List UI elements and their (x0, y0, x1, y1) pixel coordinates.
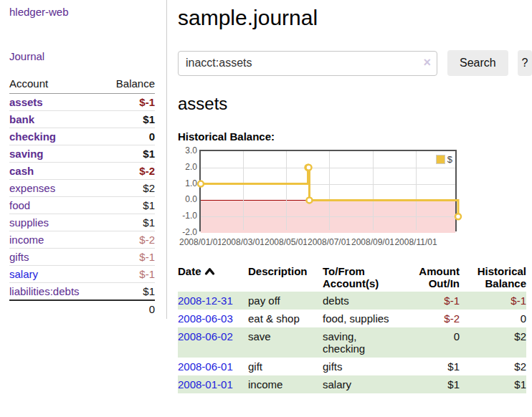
account-balance: $-1 (103, 249, 155, 266)
accounts-total-row: 0 (9, 300, 155, 317)
chart-ylab: 3.0 (174, 145, 197, 155)
account-link-bank[interactable]: bank (9, 113, 34, 125)
chart-data-point (306, 197, 312, 203)
account-row: saving$1 (9, 145, 155, 163)
chart-xlab: 2008/09/01 (351, 237, 395, 247)
search-button[interactable]: Search (447, 50, 508, 76)
account-row: supplies$1 (9, 214, 155, 231)
column-header-balance: Historical Balance (460, 263, 526, 292)
transaction-balance: $2 (460, 327, 526, 358)
transaction-balance: $2 (460, 358, 526, 375)
transaction-accounts: saving, checking (323, 327, 394, 358)
transaction-date-link[interactable]: 2008-12-31 (178, 294, 233, 307)
page-title: sample.journal (178, 6, 532, 30)
accounts-header-row: Account Balance (9, 75, 155, 94)
chart-xlab: 2008/05/01 (264, 237, 308, 247)
transaction-amount: 0 (394, 327, 460, 358)
account-link-income[interactable]: income (9, 234, 44, 246)
transaction-description: income (248, 375, 323, 393)
chart-ylab: 1.0 (174, 178, 197, 188)
account-link-supplies[interactable]: supplies (9, 216, 49, 229)
register-row: 2008-06-01 gift gifts $1 $2 (178, 358, 526, 375)
transaction-description: gift (248, 358, 323, 375)
column-header-amount: Amount Out/In (394, 263, 460, 292)
account-balance: $1 (103, 145, 155, 163)
account-balance: $1 (103, 111, 155, 128)
account-link-checking[interactable]: checking (9, 130, 56, 143)
account-link-cash[interactable]: cash (9, 165, 34, 177)
accounts-table: Account Balance assets$-1 bank$1 checkin… (9, 75, 155, 317)
transaction-date-link[interactable]: 2008-06-03 (178, 312, 233, 325)
account-link-expenses[interactable]: expenses (9, 182, 55, 194)
account-link-liabilities-debts[interactable]: liabilities:debts (9, 285, 80, 297)
account-balance: $2 (103, 180, 155, 197)
accounts-header-account: Account (9, 75, 103, 94)
chart-series (201, 151, 458, 233)
transaction-amount: $1 (394, 375, 460, 393)
transaction-balance: $-1 (460, 292, 526, 310)
chart-xlab: 2008/01/01 (179, 237, 223, 247)
sidebar: hledger-web Journal Account Balance asse… (0, 0, 167, 319)
chart-ylab: 0.0 (174, 194, 197, 204)
account-link-saving[interactable]: saving (9, 148, 44, 160)
chart-data-point (455, 214, 461, 219)
account-link-food[interactable]: food (9, 199, 30, 211)
account-balance: $1 (103, 197, 155, 214)
brand-link[interactable]: hledger-web (9, 6, 156, 18)
register-table: Date Description To/From Account(s) Amou… (178, 263, 526, 393)
column-header-description: Description (248, 263, 323, 292)
register-header-row: Date Description To/From Account(s) Amou… (178, 263, 526, 292)
transaction-accounts: food, supplies (323, 310, 394, 327)
account-row: expenses$2 (9, 180, 155, 197)
chart-xlab: 2008/07/01 (307, 237, 351, 247)
chart-ylab: -1.0 (174, 211, 197, 221)
account-link-assets[interactable]: assets (9, 96, 43, 108)
transaction-amount: $-1 (394, 292, 460, 310)
account-balance: $1 (103, 214, 155, 231)
sort-ascending-icon (204, 267, 215, 276)
help-button[interactable]: ? (518, 50, 532, 76)
chart-plot: $ 3.02.01.00.0-1.0-2.02008/01/012008/03/… (199, 150, 457, 231)
account-link-gifts[interactable]: gifts (9, 251, 29, 263)
sidebar-item-journal[interactable]: Journal (9, 50, 156, 62)
account-row: bank$1 (9, 111, 155, 128)
transaction-date-link[interactable]: 2008-01-01 (178, 378, 233, 390)
search-input[interactable] (178, 51, 437, 76)
transaction-accounts: debts (323, 292, 394, 310)
account-row: checking0 (9, 128, 155, 145)
transaction-description: pay off (248, 292, 323, 310)
register-row: 2008-06-03 eat & shop food, supplies $-2… (178, 310, 526, 327)
transaction-amount: $1 (394, 358, 460, 375)
account-balance: $-1 (103, 266, 155, 283)
transaction-description: eat & shop (248, 310, 323, 327)
account-balance: $-1 (103, 94, 155, 111)
account-balance: $-2 (103, 231, 155, 249)
account-balance: $-2 (103, 163, 155, 180)
chart-data-point (305, 165, 311, 171)
account-link-salary[interactable]: salary (9, 268, 38, 280)
chart-ylab: 2.0 (174, 162, 197, 172)
account-heading: assets (178, 94, 532, 114)
transaction-accounts: salary (323, 375, 394, 393)
historical-balance-chart: $ 3.02.01.00.0-1.0-2.02008/01/012008/03/… (178, 148, 532, 253)
chart-ylab: -2.0 (174, 227, 197, 237)
account-balance: 0 (103, 128, 155, 145)
account-row: food$1 (9, 197, 155, 214)
account-row: cash$-2 (9, 163, 155, 180)
chart-series-line (201, 168, 458, 216)
register-row: 2008-01-01 income salary $1 $1 (178, 375, 526, 393)
chart-xlab: 2008/11/01 (394, 237, 437, 247)
account-row: income$-2 (9, 231, 155, 249)
search-form: × Search ? (178, 50, 532, 76)
accounts-header-balance: Balance (103, 75, 155, 94)
transaction-date-link[interactable]: 2008-06-02 (178, 330, 233, 342)
account-row: liabilities:debts$1 (9, 283, 155, 301)
transaction-balance: $1 (460, 375, 526, 393)
transaction-date-link[interactable]: 2008-06-01 (178, 360, 233, 373)
column-header-date[interactable]: Date (178, 263, 248, 292)
account-row: gifts$-1 (9, 249, 155, 266)
transaction-balance: 0 (460, 310, 526, 327)
main-panel: sample.journal × Search ? assets Histori… (178, 0, 532, 393)
chart-xlab: 2008/03/01 (221, 237, 265, 247)
clear-search-icon[interactable]: × (423, 55, 431, 70)
